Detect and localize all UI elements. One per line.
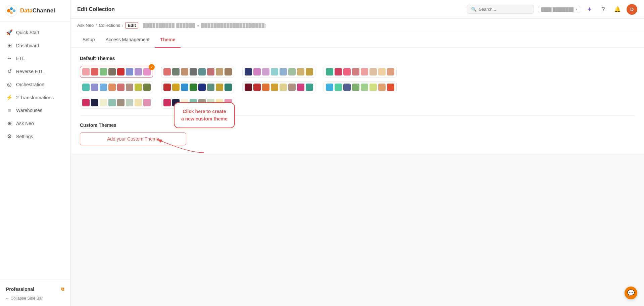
- breadcrumb-ask-neo[interactable]: Ask Neo: [77, 23, 94, 28]
- color-swatch: [82, 68, 90, 75]
- color-swatch: [198, 68, 206, 75]
- color-swatch: [262, 68, 269, 75]
- callout-text: Click here to createa new custom theme: [181, 109, 228, 121]
- color-swatch: [117, 84, 125, 91]
- color-swatch: [253, 68, 261, 75]
- svg-point-1: [7, 9, 10, 12]
- color-swatch: [271, 84, 278, 91]
- chat-bubble-button[interactable]: 💬: [625, 287, 637, 299]
- color-swatch: [306, 68, 313, 75]
- sidebar-label-dashboard: Dashboard: [16, 43, 39, 48]
- sidebar-label-warehouses: Warehouses: [16, 108, 42, 113]
- color-swatch: [172, 68, 180, 75]
- color-swatch: [288, 68, 296, 75]
- color-swatch: [82, 84, 90, 91]
- tab-access-management[interactable]: Access Management: [100, 32, 155, 48]
- color-swatch: [297, 84, 304, 91]
- color-swatch: [135, 99, 142, 106]
- color-swatch: [216, 68, 223, 75]
- color-swatch: [343, 84, 351, 91]
- default-themes-title: Default Themes: [80, 56, 635, 61]
- color-swatch: [190, 84, 197, 91]
- sidebar-item-dashboard[interactable]: ⊞ Dashboard: [0, 39, 70, 52]
- theme-palette-4[interactable]: [324, 66, 397, 78]
- color-swatch: [108, 99, 116, 106]
- theme-palette-9[interactable]: [80, 97, 153, 109]
- color-swatch: [135, 68, 142, 75]
- color-swatch: [352, 84, 359, 91]
- color-swatch: [271, 68, 278, 75]
- search-icon: 🔍: [471, 7, 477, 12]
- theme-palette-5[interactable]: [80, 81, 153, 93]
- sidebar-item-etl[interactable]: ↔ ETL: [0, 52, 70, 65]
- notifications-icon[interactable]: 🔔: [612, 4, 623, 14]
- dashboard-icon: ⊞: [6, 42, 13, 49]
- sidebar-item-reverse-etl[interactable]: ↺ Reverse ETL: [0, 65, 70, 78]
- color-swatch: [91, 68, 98, 75]
- external-link-icon[interactable]: ⧉: [61, 287, 64, 292]
- chat-icon: 💬: [627, 289, 635, 297]
- color-swatch: [352, 68, 359, 75]
- user-name-text: ████ ████████: [541, 7, 574, 11]
- logo-data: Data: [20, 7, 33, 14]
- theme-content: Default Themes ✓: [70, 48, 644, 153]
- color-swatch: [143, 84, 151, 91]
- sidebar-item-orchestration[interactable]: ◎ Orchestration: [0, 78, 70, 91]
- color-swatch: [297, 68, 304, 75]
- color-swatch: [387, 84, 394, 91]
- sidebar-item-ask-neo[interactable]: ⊕ Ask Neo: [0, 117, 70, 130]
- help-icon[interactable]: ?: [598, 4, 608, 14]
- color-swatch: [225, 84, 232, 91]
- color-swatch: [369, 68, 377, 75]
- theme-palette-1[interactable]: ✓: [80, 66, 153, 78]
- user-info-dropdown[interactable]: ████ ████████ ▾: [538, 6, 580, 13]
- breadcrumb-sep-2: /: [122, 23, 123, 28]
- theme-palette-2[interactable]: [161, 66, 234, 78]
- add-custom-theme-label: Add your Custom Theme: [107, 136, 159, 142]
- sidebar-item-transformations[interactable]: ⚡ 2 Transformations: [0, 91, 70, 104]
- collapse-sidebar-button[interactable]: ← Collapse Side Bar: [5, 295, 65, 302]
- sidebar-item-settings[interactable]: ⚙ Settings: [0, 130, 70, 143]
- color-swatch: [343, 68, 351, 75]
- color-swatch: [163, 84, 171, 91]
- breadcrumb-sep-1: /: [96, 23, 97, 28]
- color-swatch: [82, 99, 90, 106]
- sidebar-label-etl: ETL: [16, 56, 25, 61]
- breadcrumb-collections[interactable]: Collections: [99, 23, 120, 28]
- color-swatch: [108, 84, 116, 91]
- main-area: Edit Collection 🔍 ████ ████████ ▾ ✦ ? 🔔 …: [70, 0, 644, 306]
- page-title: Edit Collection: [77, 6, 115, 12]
- theme-palette-3[interactable]: [242, 66, 315, 78]
- breadcrumb-rest: ██████████ ██████ ● ████████████████████…: [143, 23, 266, 28]
- sidebar-label-orchestration: Orchestration: [16, 82, 44, 87]
- color-swatch: [143, 99, 151, 106]
- theme-palette-8[interactable]: [324, 81, 397, 93]
- search-input[interactable]: [479, 7, 529, 12]
- theme-palette-6[interactable]: [161, 81, 234, 93]
- color-swatch: [117, 68, 125, 75]
- tab-setup[interactable]: Setup: [77, 32, 100, 48]
- color-swatch: [207, 68, 214, 75]
- color-swatch: [91, 99, 98, 106]
- sidebar-label-quick-start: Quick Start: [16, 30, 39, 35]
- sidebar-item-quick-start[interactable]: 🚀 Quick Start: [0, 26, 70, 39]
- breadcrumb: Ask Neo / Collections / Edit ██████████ …: [70, 19, 644, 32]
- stars-icon[interactable]: ✦: [584, 4, 594, 14]
- logo: DataChannel: [0, 0, 70, 22]
- theme-palette-7[interactable]: [242, 81, 315, 93]
- search-bar[interactable]: 🔍: [467, 5, 534, 14]
- selected-check-icon: ✓: [149, 64, 155, 70]
- color-swatch: [126, 99, 133, 106]
- tab-theme[interactable]: Theme: [155, 32, 181, 48]
- quick-start-icon: 🚀: [6, 29, 13, 36]
- color-swatch: [181, 68, 188, 75]
- sidebar-nav: 🚀 Quick Start ⊞ Dashboard ↔ ETL ↺ Revers…: [0, 22, 70, 279]
- color-swatch: [135, 84, 142, 91]
- collapse-label: ← Collapse Side Bar: [5, 296, 43, 301]
- avatar[interactable]: D: [627, 4, 637, 15]
- color-swatch: [335, 68, 342, 75]
- color-swatch: [280, 84, 287, 91]
- sidebar-item-warehouses[interactable]: ≡ Warehouses: [0, 104, 70, 117]
- color-swatch: [225, 68, 232, 75]
- section-divider: [80, 115, 635, 116]
